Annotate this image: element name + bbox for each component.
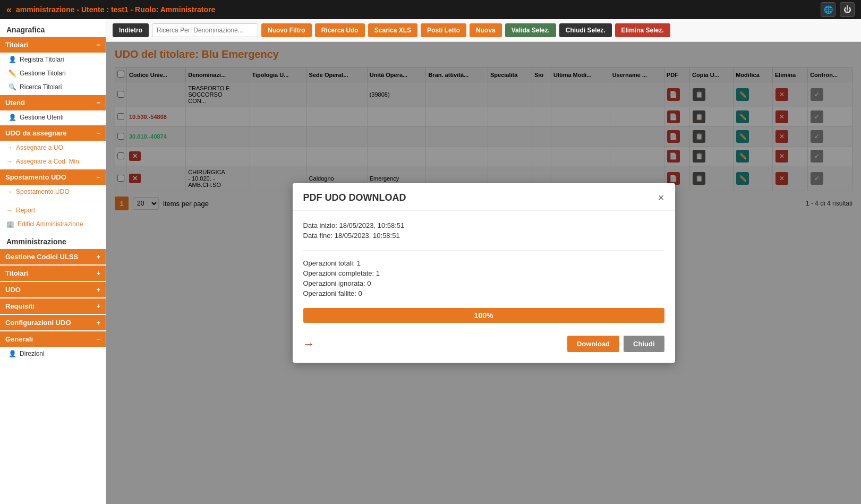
sidebar-group-titolari2-toggle: +	[96, 269, 100, 277]
direzioni-icon: 👤	[8, 350, 16, 357]
building-icon: 🏢	[6, 220, 14, 228]
sidebar-link-report[interactable]: → Report	[0, 203, 106, 217]
modal-title: PDF UDO DOWNLOAD	[303, 192, 406, 203]
sidebar-group-generali[interactable]: Generali −	[0, 331, 106, 347]
sidebar-item-label: Ricerca Titolari	[20, 83, 62, 91]
ricerca-udo-button[interactable]: Ricerca Udo	[315, 23, 365, 37]
sidebar-group-titolari2-label: Titolari	[5, 269, 28, 277]
search-input[interactable]	[152, 23, 258, 37]
modal-date-block: Data inizio: 18/05/2023, 10:58:51 Data f…	[303, 221, 664, 251]
modal-close-button[interactable]: ×	[658, 192, 664, 204]
sidebar-group-gestione-codici[interactable]: Gestione Codici ULSS +	[0, 249, 106, 264]
sidebar-item-ricerca-titolari[interactable]: 🔍 Ricerca Titolari	[0, 80, 106, 94]
power-icon-button[interactable]: ⏻	[840, 2, 855, 17]
sidebar-item-direzioni[interactable]: 👤 Direzioni	[0, 347, 106, 361]
toolbar: Indietro Nuovo Filtro Ricerca Udo Scaric…	[106, 19, 861, 42]
arrow-icon: →	[6, 144, 13, 151]
topbar-title: amministrazione - Utente : test1 - Ruolo…	[16, 5, 215, 14]
sidebar-group-configurazioni-toggle: +	[96, 319, 100, 327]
topbar-arrow-icon: «	[6, 4, 12, 15]
sidebar-link-label-2: Assegnare a Cod. Min.	[16, 158, 81, 165]
user-icon-2: 👤	[8, 114, 16, 121]
modal-op-fallite: Operazioni fallite: 0	[303, 289, 664, 297]
arrow-icon-2: →	[6, 158, 13, 165]
modal-header: PDF UDO DOWNLOAD ×	[293, 183, 675, 211]
sidebar-link-spostamento-udo[interactable]: → Spostamento UDO	[0, 185, 106, 199]
sidebar-group-gestione-codici-label: Gestione Codici ULSS	[5, 253, 78, 261]
sidebar-item-label: Gestione Utenti	[20, 114, 64, 121]
progress-label: 100%	[474, 311, 493, 320]
sidebar: Anagrafica Titolari − 👤 Registra Titolar…	[0, 19, 106, 504]
page-content: UDO del titolare: Blu Emergency Codice U…	[106, 42, 861, 504]
sidebar-item-label: Gestione Titolari	[20, 70, 66, 77]
sidebar-group-spostamento[interactable]: Spostamento UDO −	[0, 169, 106, 185]
sidebar-group-udo-admin[interactable]: UDO +	[0, 282, 106, 297]
sidebar-section-anagrafica: Anagrafica	[0, 19, 106, 36]
sidebar-group-udo-label: UDO da assegnare	[5, 129, 67, 137]
sidebar-group-udo-admin-label: UDO	[5, 286, 21, 294]
sidebar-group-configurazioni[interactable]: Configurazioni UDO +	[0, 315, 106, 330]
chiudi-button[interactable]: Chiudi	[624, 336, 664, 352]
arrow-icon-report: →	[6, 207, 13, 214]
modal-body: Data inizio: 18/05/2023, 10:58:51 Data f…	[293, 211, 675, 363]
sidebar-link-spostamento-label: Spostamento UDO	[16, 188, 70, 195]
sidebar-group-requisiti-label: Requisiti	[5, 302, 35, 310]
sidebar-group-udo-admin-toggle: +	[96, 286, 100, 294]
sidebar-group-utenti-label: Utenti	[5, 99, 25, 107]
sidebar-group-spostamento-label: Spostamento UDO	[5, 173, 66, 181]
sidebar-group-titolari-toggle: −	[96, 41, 100, 49]
scarica-xls-button[interactable]: Scarica XLS	[368, 23, 417, 37]
sidebar-link-assegnare-uo[interactable]: → Assegnare a UO	[0, 141, 106, 155]
sidebar-group-titolari[interactable]: Titolari −	[0, 37, 106, 53]
sidebar-group-spostamento-toggle: −	[96, 173, 100, 181]
sidebar-group-gestione-codici-toggle: +	[96, 253, 100, 261]
sidebar-item-direzioni-label: Direzioni	[20, 350, 45, 357]
modal-op-ignorata: Operazioni ignorata: 0	[303, 279, 664, 287]
topbar: « amministrazione - Utente : test1 - Ruo…	[0, 0, 861, 19]
sidebar-group-generali-label: Generali	[5, 335, 33, 343]
progress-bar: 100%	[303, 308, 664, 323]
sidebar-link-label: Assegnare a UO	[16, 144, 63, 151]
chiudi-selez-button[interactable]: Chiudi Selez.	[559, 23, 612, 37]
sidebar-link-edifici-label: Edifici Amministrazione	[18, 220, 83, 228]
red-arrow-icon: →	[303, 337, 315, 351]
download-button[interactable]: Download	[567, 336, 619, 352]
sidebar-link-report-label: Report	[16, 207, 35, 214]
sidebar-item-registra-titolari[interactable]: 👤 Registra Titolari	[0, 53, 106, 66]
data-fine-label: Data fine:	[303, 232, 333, 240]
modal-overlay: PDF UDO DOWNLOAD × Data inizio: 18/05/20…	[106, 42, 861, 504]
sidebar-link-edifici[interactable]: 🏢 Edifici Amministrazione	[0, 217, 106, 231]
nuovo-filtro-button[interactable]: Nuovo Filtro	[261, 23, 312, 37]
edit-icon: ✏️	[8, 70, 16, 77]
sidebar-section-amministrazione: Amministrazione	[0, 231, 106, 248]
sidebar-group-requisiti-toggle: +	[96, 302, 100, 310]
globe-icon-button[interactable]: 🌐	[821, 2, 836, 17]
modal-data-fine: Data fine: 18/05/2023, 10:58:51	[303, 232, 664, 240]
data-inizio-label: Data inizio:	[303, 221, 337, 229]
modal-dialog: PDF UDO DOWNLOAD × Data inizio: 18/05/20…	[293, 183, 675, 363]
user-icon: 👤	[8, 56, 16, 63]
sidebar-group-requisiti[interactable]: Requisiti +	[0, 298, 106, 314]
sidebar-group-utenti[interactable]: Utenti −	[0, 95, 106, 110]
posti-letto-button[interactable]: Posti Letto	[421, 23, 466, 37]
sidebar-link-assegnare-cod-min[interactable]: → Assegnare a Cod. Min.	[0, 155, 106, 168]
sidebar-group-generali-toggle: −	[96, 335, 100, 343]
modal-stats: Operazioni totali: 1 Operazioni completa…	[303, 259, 664, 297]
modal-op-completate: Operazioni completate: 1	[303, 269, 664, 277]
sidebar-group-titolari2[interactable]: Titolari +	[0, 266, 106, 281]
arrow-icon-3: →	[6, 188, 13, 195]
sidebar-item-gestione-utenti[interactable]: 👤 Gestione Utenti	[0, 110, 106, 124]
nuova-button[interactable]: Nuova	[470, 23, 502, 37]
back-button[interactable]: Indietro	[113, 23, 149, 37]
search-icon: 🔍	[8, 83, 16, 91]
sidebar-item-gestione-titolari[interactable]: ✏️ Gestione Titolari	[0, 66, 106, 80]
sidebar-item-label: Registra Titolari	[20, 56, 64, 63]
modal-data-inizio: Data inizio: 18/05/2023, 10:58:51	[303, 221, 664, 229]
sidebar-group-udo-assegnare[interactable]: UDO da assegnare −	[0, 125, 106, 141]
sidebar-group-utenti-toggle: −	[96, 99, 100, 107]
sidebar-group-titolari-label: Titolari	[5, 41, 28, 49]
valida-selez-button[interactable]: Valida Selez.	[505, 23, 556, 37]
elimina-selez-button[interactable]: Elimina Selez.	[615, 23, 670, 37]
sidebar-divider	[0, 201, 106, 201]
sidebar-group-configurazioni-label: Configurazioni UDO	[5, 319, 71, 327]
